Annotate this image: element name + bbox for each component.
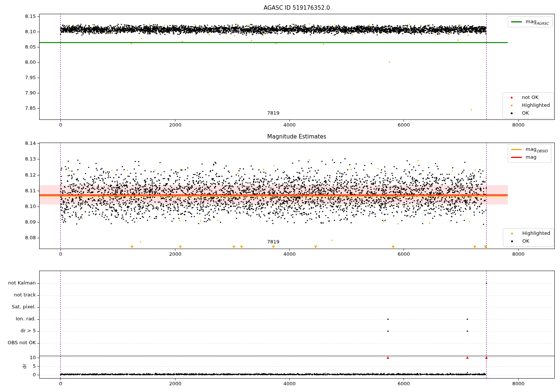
legend-label: magAGASC: [526, 19, 549, 25]
legend-label: mag: [526, 154, 536, 161]
figure: AGASC ID 519176352.0 Magnitude Estimates…: [0, 0, 560, 392]
middle-plot-marker-legend: Highlighted OK: [503, 228, 554, 247]
legend-item-highlighted: Highlighted: [506, 230, 550, 237]
top-plot-line-legend: magAGASC: [508, 16, 553, 27]
top-plot-title: AGASC ID 519176352.0: [264, 4, 330, 11]
legend-label: Highlighted: [522, 102, 550, 109]
legend-item-ok: OK: [505, 109, 550, 117]
legend-dot-swatch: [511, 105, 513, 106]
legend-dot-swatch: [511, 233, 513, 234]
legend-label: not OK: [522, 94, 538, 101]
legend-item-mag-agasc: magAGASC: [511, 18, 549, 26]
middle-plot-line-legend: magOBSID mag: [508, 144, 551, 163]
legend-dot-swatch: [511, 240, 513, 242]
top-plot-count-annotation: 7819: [267, 110, 279, 116]
legend-label: OK: [522, 238, 529, 245]
legend-label: OK: [522, 110, 529, 117]
legend-item-ok: OK: [506, 237, 550, 245]
plots-canvas: [0, 0, 560, 392]
legend-line-swatch: [511, 21, 522, 22]
legend-item-not-ok: not OK: [505, 94, 550, 102]
middle-plot-title: Magnitude Estimates: [267, 133, 326, 140]
top-plot-marker-legend: not OK Highlighted OK: [503, 92, 554, 119]
legend-line-swatch: [511, 157, 522, 158]
legend-item-highlighted: Highlighted: [505, 102, 550, 109]
middle-plot-count-annotation: 7819: [267, 239, 279, 245]
legend-item-mag: mag: [511, 153, 548, 161]
legend-label: magOBSID: [526, 146, 548, 153]
legend-dot-swatch: [511, 97, 513, 99]
legend-dot-swatch: [511, 112, 513, 114]
legend-label: Highlighted: [522, 230, 550, 237]
legend-line-swatch: [511, 149, 522, 150]
legend-item-mag-obsid: magOBSID: [511, 146, 548, 153]
